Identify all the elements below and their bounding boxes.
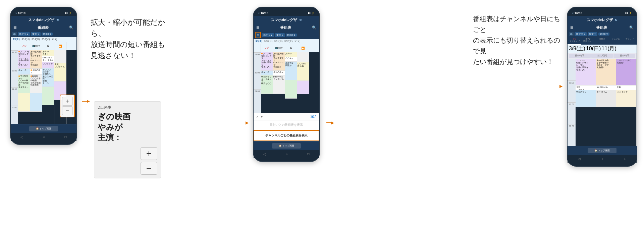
prog-cell-2-1[interactable]: あの超大物歌手が今食祭りのステージで大熱唱！ [30, 50, 42, 69]
filter-time-right[interactable]: 19:00▼ [598, 33, 609, 36]
date-item-5[interactable]: 3/13( [51, 38, 57, 41]
prog-cell-2-3[interactable]: DBS映〇〇〇タ本の映画やみが主演転造太郎 [30, 75, 42, 93]
date-item-2[interactable]: 3/10(日) [21, 38, 30, 41]
ch-tab-fuji[interactable]: フジ フジテレビ [568, 37, 581, 45]
big-zoom-minus-btn[interactable]: − [141, 162, 157, 175]
home-button-right[interactable]: 🏠 トップ画面 [588, 148, 616, 153]
mid-prog-2-2[interactable]: 今日のニュ [273, 71, 285, 75]
filter-tokyo-right[interactable]: 東京▼ [588, 32, 597, 36]
prog-cell-4-1[interactable] [54, 50, 66, 63]
filter-tokyo-left[interactable]: 東京▼ [31, 32, 41, 36]
search-icon-left[interactable]: 🔍 [69, 25, 74, 30]
square-btn-left[interactable]: □ [65, 135, 67, 139]
filter-chidigi-left[interactable]: 地デジ▼ [18, 32, 30, 36]
home-btn-right[interactable]: ○ [601, 157, 603, 161]
home-btn-left[interactable]: ○ [43, 135, 45, 139]
mid-prog-4-2[interactable]: 〇〇 DBS映 天気 [297, 62, 309, 81]
bottom-nav-left[interactable]: 🏠 トップ画面 [11, 124, 76, 133]
date-right-3[interactable]: 11(月) [601, 45, 616, 52]
prog-cell-2-2[interactable]: 今日のニュ [30, 69, 42, 75]
menu-item-date[interactable]: 日付ごとの番組表を表示 [254, 120, 319, 130]
date-mid-3[interactable]: 3/11(月) [274, 40, 283, 43]
filter-chidigi-mid[interactable]: 地デジ▼ [262, 33, 274, 37]
mid-prog-2-3[interactable]: DBSパラエティ タイム [273, 75, 285, 94]
prog-right-2-2[interactable]: ⑤⑥ DBS パレ [596, 86, 616, 90]
menu-done-btn[interactable]: 完了 [311, 114, 317, 119]
date-mid-2[interactable]: 3/10(日) [264, 40, 273, 43]
prog-right-2-1[interactable]: あの超大物歌手が今食祭りのステージで大熱唱！ [596, 59, 616, 86]
date-item-3[interactable]: 3/11(月) [31, 38, 40, 41]
prog-cell-3-4[interactable]: テ〇〇〇超超大な問題かあなたの記憶全国もしか [42, 68, 54, 87]
back-btn-left[interactable]: ◁ [20, 135, 23, 139]
prog-right-1-2[interactable]: 天気ニュース [576, 86, 596, 90]
ch-tab-hoto[interactable]: 方テレビ [623, 37, 637, 45]
date-item-4[interactable]: 3/12(火) [41, 38, 50, 41]
mid-prog-1-1[interactable]: アニメ 時短戦士レグザフレーマン世界の平和を守るためた [261, 52, 273, 71]
prog-cell-3-3[interactable]: 〇〇タ目テ [42, 62, 54, 68]
search-icon-mid[interactable]: 🔍 [312, 25, 317, 30]
menu-item-channel[interactable]: チャンネルごとの番組表を表示 [254, 130, 319, 141]
prog-cell-3-5[interactable] [42, 87, 54, 105]
date-item-1[interactable]: 3/9(土) [12, 38, 20, 41]
date-mid-1[interactable]: 3/9(土) [255, 40, 263, 43]
filter-icon-right[interactable]: ⊕ [569, 32, 574, 36]
mid-prog-4-1[interactable] [297, 52, 309, 62]
prog-cell-1-4[interactable] [18, 93, 30, 112]
prev-time-btn-3[interactable]: 前の時間 [613, 54, 635, 58]
menu-icon-left[interactable]: ☰ [13, 25, 17, 30]
filter-icon-mid[interactable]: ⊕ [255, 32, 261, 38]
mid-prog-4-3[interactable] [297, 81, 309, 94]
menu-arrow-up[interactable]: ∧ [256, 115, 259, 118]
back-btn-right[interactable]: ◁ [578, 157, 581, 161]
prog-right-3-2[interactable]: 天気 [616, 86, 636, 90]
bottom-nav-right[interactable]: 🏠 トップ画面 [568, 146, 637, 155]
date-right-1[interactable]: 3/9(土) [569, 45, 585, 52]
prog-right-1-3[interactable]: 明日のラッ [576, 90, 596, 107]
square-btn-mid[interactable]: □ [307, 152, 309, 156]
prog-right-3-1[interactable]: このステージで大熱唱！ [616, 59, 636, 86]
date-mid-5[interactable]: 3/13( [294, 40, 300, 43]
menu-arrow-down[interactable]: ∨ [261, 115, 263, 118]
refresh-icon-left[interactable]: ↻ [56, 18, 59, 22]
zoom-minus-btn[interactable]: − [62, 106, 73, 115]
mid-prog-3-2[interactable]: 〇〇タイ [285, 57, 297, 62]
prev-time-btn-1[interactable]: 前の時間 [569, 54, 591, 58]
prog-right-3-3[interactable]: 〇〇 タ目テ [616, 90, 636, 107]
ch-tab-ytv[interactable]: 読テレ 読売テレビ [581, 37, 595, 45]
filter-chidigi-right[interactable]: 地デジ▼ [575, 32, 587, 36]
prog-cell-1-1[interactable]: アニメ 時短戦士レグザフレーマン世界の平和を守るためた [18, 50, 30, 69]
prog-right-1-1[interactable]: アニメ 時短 戦士レグザプレーマン世界の平和を守るためた [576, 59, 596, 86]
prog-cell-1-2[interactable]: ニュース [18, 69, 30, 75]
mid-prog-2-1[interactable]: あの超大物歌手が今食祭りのステージで大熱唱！ [273, 52, 285, 71]
mid-prog-1-2[interactable]: ニュース [261, 71, 273, 75]
home-button-mid[interactable]: 🏠 トップ画面 [272, 143, 301, 149]
ch-tab-tvd[interactable]: テレビ台 [609, 37, 623, 45]
filter-time-mid[interactable]: 19:00▼ [286, 34, 297, 37]
mid-prog-3-4[interactable] [285, 80, 297, 99]
square-btn-right[interactable]: □ [624, 157, 626, 161]
home-button-left[interactable]: 🏠 トップ画面 [29, 126, 58, 131]
menu-icon-right[interactable]: ☰ [570, 25, 574, 30]
prog-cell-3-2[interactable]: DBSパラエティ タイム [42, 56, 54, 62]
prog-cell-4-2[interactable]: 天気〇〇タイム [54, 63, 66, 81]
mid-prog-3-3[interactable]: 超超大な問題か [285, 62, 297, 80]
date-right-2[interactable]: 10(日) [586, 45, 601, 52]
home-btn-mid[interactable]: ○ [286, 152, 288, 156]
filter-tokyo-mid[interactable]: 東京▼ [275, 33, 285, 37]
big-zoom-plus-btn[interactable]: + [141, 147, 157, 160]
date-mid-4[interactable]: 3/12(火) [284, 40, 293, 43]
prog-cell-2-4[interactable] [30, 93, 42, 112]
menu-icon-mid[interactable]: ☰ [256, 25, 260, 30]
prev-time-btn-2[interactable]: 前の時間 [591, 54, 613, 58]
zoom-plus-btn[interactable]: + [62, 97, 73, 106]
filter-icon-left[interactable]: ⊕ [12, 32, 17, 36]
bottom-nav-mid[interactable]: 🏠 トップ画面 [254, 141, 319, 150]
back-btn-mid[interactable]: ◁ [263, 152, 266, 156]
filter-time-left[interactable]: 19:00▼ [42, 33, 53, 36]
refresh-icon-right[interactable]: ↻ [615, 18, 618, 22]
prog-cell-1-3[interactable]: フジ契年スペ〇〇DBS映ズ〜祝の深海魚を追え〜 [18, 75, 30, 93]
ch-tab-dbs2[interactable]: DBS2 [595, 37, 609, 45]
mid-prog-1-3[interactable]: 明日のラッキーグルメで明日も〇〇 [261, 75, 273, 94]
search-icon-right[interactable]: 🔍 [629, 25, 634, 30]
prog-right-2-3[interactable]: タイ タイム [596, 90, 616, 107]
